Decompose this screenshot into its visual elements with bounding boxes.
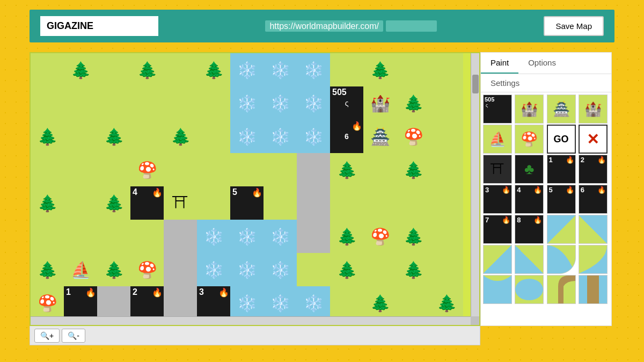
map-cell[interactable]: 1 🔥 bbox=[64, 286, 97, 316]
map-cell[interactable] bbox=[297, 253, 330, 286]
map-cell[interactable] bbox=[430, 186, 463, 220]
sprite-castle-gray1[interactable]: 🏯 bbox=[547, 95, 576, 124]
map-cell[interactable]: 🌲 bbox=[397, 86, 430, 120]
map-cell[interactable]: 🔥 6 bbox=[330, 120, 363, 153]
zoom-out-button[interactable]: 🔍- bbox=[62, 329, 85, 343]
map-cell[interactable] bbox=[297, 220, 330, 253]
map-cell[interactable] bbox=[363, 186, 397, 220]
sprite-ship[interactable]: ⛵ bbox=[483, 125, 512, 154]
map-cell[interactable] bbox=[297, 153, 330, 186]
map-cell[interactable] bbox=[430, 253, 463, 286]
map-cell[interactable] bbox=[430, 86, 463, 120]
map-cell[interactable] bbox=[130, 220, 164, 253]
sprite-castle-blue[interactable]: 🏰 bbox=[515, 95, 544, 124]
sprite-go[interactable]: GO bbox=[547, 125, 576, 154]
tab-paint[interactable]: Paint bbox=[481, 53, 518, 74]
map-cell[interactable]: 3 🔥 bbox=[197, 286, 230, 316]
map-cell[interactable] bbox=[430, 53, 463, 86]
map-cell[interactable] bbox=[164, 86, 197, 120]
sprite-terrain-water2[interactable] bbox=[579, 245, 608, 274]
map-cell[interactable]: 4 🔥 bbox=[130, 186, 164, 220]
sprite-num-8[interactable]: 8 🔥 bbox=[515, 215, 544, 244]
map-cell[interactable] bbox=[164, 253, 197, 286]
map-cell[interactable] bbox=[97, 153, 130, 186]
map-canvas-area[interactable]: 🌲 🌲 🌲 ❄️ ❄️ ❄️ 🌲 bbox=[30, 52, 480, 326]
map-cell[interactable] bbox=[397, 186, 430, 220]
sprite-terrain-br[interactable] bbox=[483, 245, 512, 274]
map-cell[interactable]: 🏰 bbox=[363, 86, 397, 120]
map-cell[interactable]: 505 ς bbox=[330, 86, 363, 120]
map-cell[interactable] bbox=[297, 186, 330, 220]
map-cell[interactable]: 🍄 bbox=[130, 253, 164, 286]
map-cell[interactable]: 🌲 bbox=[330, 220, 363, 253]
map-cell[interactable]: 🌲 bbox=[397, 220, 430, 253]
map-cell[interactable]: ❄️ bbox=[230, 86, 264, 120]
map-cell[interactable]: ❄️ bbox=[230, 253, 264, 286]
map-cell[interactable] bbox=[330, 186, 363, 220]
map-cell[interactable] bbox=[97, 220, 130, 253]
map-cell[interactable] bbox=[64, 86, 97, 120]
map-cell[interactable]: 2 🔥 bbox=[130, 286, 164, 316]
map-cell[interactable]: ❄️ bbox=[297, 53, 330, 86]
map-cell[interactable]: 🌲 bbox=[197, 53, 230, 86]
map-cell[interactable]: 🌲 bbox=[31, 120, 64, 153]
map-cell[interactable] bbox=[64, 220, 97, 253]
sprite-505[interactable]: 505 ς bbox=[483, 95, 512, 124]
map-cell[interactable]: ❄️ bbox=[230, 286, 264, 316]
sprite-mushroom[interactable]: 🍄 bbox=[515, 125, 544, 154]
map-cell[interactable]: ❄️ bbox=[297, 286, 330, 316]
tab-settings[interactable]: Settings bbox=[481, 74, 611, 92]
map-cell[interactable]: 🍄 bbox=[31, 286, 64, 316]
map-cell[interactable] bbox=[197, 86, 230, 120]
map-cell[interactable]: ❄️ bbox=[297, 86, 330, 120]
map-cell[interactable]: ⛵ bbox=[64, 253, 97, 286]
map-cell[interactable]: ❄️ bbox=[230, 120, 264, 153]
sprite-terrain-water1[interactable] bbox=[547, 245, 576, 274]
map-cell[interactable] bbox=[264, 186, 297, 220]
map-cell[interactable]: ❄️ bbox=[264, 86, 297, 120]
map-cell[interactable] bbox=[197, 186, 230, 220]
map-cell[interactable]: 🍄 bbox=[363, 220, 397, 253]
map-cell[interactable]: 🌲 bbox=[363, 53, 397, 86]
map-cell[interactable]: 🌲 bbox=[330, 253, 363, 286]
sprite-x[interactable]: ✕ bbox=[579, 125, 608, 154]
map-cell[interactable] bbox=[130, 120, 164, 153]
map-cell[interactable]: ❄️ bbox=[230, 53, 264, 86]
map-cell[interactable] bbox=[430, 220, 463, 253]
map-cell[interactable]: 🌲 bbox=[363, 286, 397, 316]
map-cell[interactable] bbox=[397, 286, 430, 316]
map-cell[interactable] bbox=[64, 120, 97, 153]
map-cell[interactable] bbox=[64, 186, 97, 220]
map-cell[interactable]: ❄️ bbox=[197, 220, 230, 253]
map-cell[interactable]: 🌲 bbox=[164, 120, 197, 153]
sprite-terrain-water3[interactable] bbox=[483, 275, 512, 304]
map-cell[interactable]: ❄️ bbox=[264, 53, 297, 86]
map-cell[interactable]: 🌲 bbox=[430, 286, 463, 316]
sprite-terrain-tl[interactable] bbox=[547, 215, 576, 244]
map-cell[interactable]: ❄️ bbox=[264, 120, 297, 153]
map-cell[interactable]: ❄️ bbox=[197, 253, 230, 286]
map-cell[interactable] bbox=[430, 120, 463, 153]
map-cell[interactable]: ❄️ bbox=[264, 253, 297, 286]
map-title-input[interactable]: GIGAZINE bbox=[40, 16, 158, 36]
sprite-num-7[interactable]: 7 🔥 bbox=[483, 215, 512, 244]
map-cell[interactable] bbox=[197, 120, 230, 153]
sprite-num-5[interactable]: 5 🔥 bbox=[547, 185, 576, 214]
map-cell[interactable]: 🌲 bbox=[97, 186, 130, 220]
sprite-terrain-bl[interactable] bbox=[515, 245, 544, 274]
map-cell[interactable] bbox=[130, 86, 164, 120]
sprite-num-4[interactable]: 4 🔥 bbox=[515, 185, 544, 214]
map-scroll-vertical[interactable] bbox=[471, 53, 479, 316]
sprite-num-6[interactable]: 6 🔥 bbox=[579, 185, 608, 214]
map-cell[interactable] bbox=[164, 53, 197, 86]
map-cell[interactable]: 🌲 bbox=[397, 153, 430, 186]
sprite-clover[interactable]: ♣ bbox=[515, 155, 544, 184]
map-cell[interactable] bbox=[31, 220, 64, 253]
map-cell[interactable] bbox=[31, 153, 64, 186]
map-cell[interactable] bbox=[31, 53, 64, 86]
map-cell[interactable] bbox=[97, 286, 130, 316]
sprite-terrain-water4[interactable] bbox=[515, 275, 544, 304]
map-cell[interactable]: ⛩ bbox=[164, 186, 197, 220]
map-cell[interactable] bbox=[330, 53, 363, 86]
save-map-button[interactable]: Save Map bbox=[544, 16, 604, 36]
